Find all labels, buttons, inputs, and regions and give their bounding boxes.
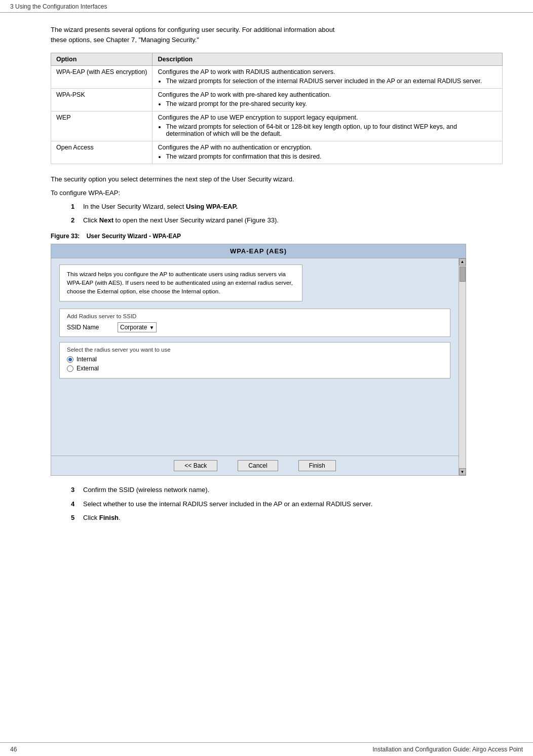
radio-external[interactable] xyxy=(67,365,73,372)
scroll-up-arrow[interactable]: ▲ xyxy=(459,258,466,266)
step-3-number: 3 xyxy=(71,485,81,495)
table-option-cell: WEP xyxy=(51,111,153,141)
wizard-footer: << Back Cancel Finish xyxy=(51,456,459,475)
ssid-value: Corporate xyxy=(120,324,147,331)
cancel-button[interactable]: Cancel xyxy=(238,460,278,471)
header-text: 3 Using the Configuration Interfaces xyxy=(10,3,107,10)
wizard-scrollbar[interactable]: ▲ ▼ xyxy=(459,258,466,476)
step-1-content: In the User Security Wizard, select Usin… xyxy=(83,202,238,212)
footer-page-number: 46 xyxy=(10,746,17,753)
table-bullet: The wizard prompts for confirmation that… xyxy=(166,153,497,160)
wizard-info-text: This wizard helps you configure the AP t… xyxy=(67,271,293,295)
table-bullet: The wizard prompt for the pre-shared sec… xyxy=(166,100,497,107)
step-1-number: 1 xyxy=(71,202,81,212)
wizard-title-bar: WPA-EAP (AES) xyxy=(51,244,466,258)
footer-guide-title: Installation and Configuration Guide: Ai… xyxy=(372,746,523,753)
radio-internal[interactable] xyxy=(67,356,73,363)
col-desc-header: Description xyxy=(153,53,503,66)
step-4-content: Select whether to use the internal RADIU… xyxy=(83,499,372,509)
page-header: 3 Using the Configuration Interfaces xyxy=(0,0,533,13)
wizard-container: WPA-EAP (AES) This wizard helps you conf… xyxy=(51,244,466,476)
options-table: Option Description WPA-EAP (with AES enc… xyxy=(51,53,503,164)
ssid-dropdown[interactable]: Corporate ▼ xyxy=(118,322,157,332)
ssid-label: SSID Name xyxy=(67,324,112,331)
ssid-dropdown-arrow-icon: ▼ xyxy=(149,325,154,330)
table-desc-cell: Configures the AP to use WEP encryption … xyxy=(153,111,503,141)
radius-internal-option[interactable]: Internal xyxy=(67,356,443,363)
step-2-content: Click Next to open the next User Securit… xyxy=(83,215,279,225)
radius-external-option[interactable]: External xyxy=(67,365,443,372)
step-5: 5 Click Finish. xyxy=(71,513,503,523)
step-1: 1 In the User Security Wizard, select Us… xyxy=(71,202,503,212)
col-option-header: Option xyxy=(51,53,153,66)
step-4: 4 Select whether to use the internal RAD… xyxy=(71,499,503,509)
table-bullet: The wizard prompts for selection of the … xyxy=(166,78,497,85)
step-2-number: 2 xyxy=(71,215,81,225)
step-4-number: 4 xyxy=(71,499,81,509)
table-option-cell: WPA-PSK xyxy=(51,89,153,111)
table-desc-cell: Configures the AP to work with pre-share… xyxy=(153,89,503,111)
table-option-cell: WPA-EAP (with AES encryption) xyxy=(51,66,153,89)
back-button[interactable]: << Back xyxy=(174,460,217,471)
security-text: The security option you select determine… xyxy=(51,174,503,185)
wizard-radius-section: Select the radius server you want to use… xyxy=(59,342,450,379)
intro-line1: The wizard presents several options for … xyxy=(51,26,335,33)
radius-internal-label: Internal xyxy=(77,356,97,363)
radius-external-label: External xyxy=(77,365,99,372)
scroll-down-arrow[interactable]: ▼ xyxy=(459,468,466,475)
scroll-thumb[interactable] xyxy=(460,267,466,282)
step-3: 3 Confirm the SSID (wireless network nam… xyxy=(71,485,503,495)
page-footer: 46 Installation and Configuration Guide:… xyxy=(0,742,533,756)
radius-section-label: Select the radius server you want to use xyxy=(67,347,443,353)
table-desc-cell: Configures the AP with no authentication… xyxy=(153,141,503,164)
figure-label: Figure 33: User Security Wizard - WPA-EA… xyxy=(51,233,503,240)
wizard-ssid-section: Add Radius server to SSID SSID Name Corp… xyxy=(59,309,450,337)
step-5-number: 5 xyxy=(71,513,81,523)
configure-text: To configure WPA-EAP: xyxy=(51,188,503,199)
table-desc-cell: Configures the AP to work with RADIUS au… xyxy=(153,66,503,89)
table-option-cell: Open Access xyxy=(51,141,153,164)
ssid-section-label: Add Radius server to SSID xyxy=(67,313,443,319)
table-bullet: The wizard prompts for selection of 64-b… xyxy=(166,123,497,137)
step-5-content: Click Finish. xyxy=(83,513,121,523)
step-2: 2 Click Next to open the next User Secur… xyxy=(71,215,503,225)
wizard-info-box: This wizard helps you configure the AP t… xyxy=(59,264,302,302)
intro-paragraph: The wizard presents several options for … xyxy=(51,25,503,45)
wizard-empty-space xyxy=(59,384,450,449)
intro-line2: these options, see Chapter 7, "Managing … xyxy=(51,36,199,44)
finish-button[interactable]: Finish xyxy=(298,460,336,471)
step-3-content: Confirm the SSID (wireless network name)… xyxy=(83,485,209,495)
